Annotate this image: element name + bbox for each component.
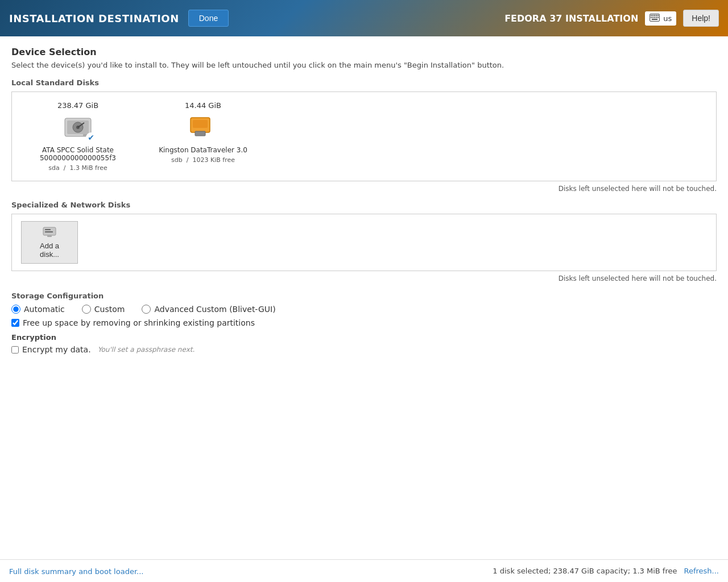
header-right: FEDORA 37 INSTALLATION us [504, 10, 719, 27]
header-left: INSTALLATION DESTINATION Done [9, 10, 229, 27]
svg-rect-23 [45, 231, 53, 232]
encryption-title: Encryption [11, 333, 717, 342]
svg-rect-5 [657, 15, 659, 16]
footer-status: 1 disk selected; 238.47 GiB capacity; 1.… [493, 567, 677, 575]
disk-sdb-name: Kingston DataTraveler 3.0 [159, 146, 247, 154]
encrypt-note: You'll set a passphrase next. [98, 346, 195, 354]
svg-rect-6 [651, 16, 652, 18]
specialized-disks-area: Add a disk... [11, 214, 717, 271]
device-selection-title: Device Selection [11, 47, 717, 57]
keyboard-layout-label: us [663, 14, 672, 23]
free-space-checkbox[interactable] [11, 319, 19, 327]
storage-config-label: Storage Configuration [11, 292, 717, 300]
disk-sda-size: 238.47 GiB [57, 101, 98, 110]
disk-sda-checkmark: ✔ [86, 132, 96, 143]
free-space-label: Free up space by removing or shrinking e… [23, 318, 255, 327]
svg-rect-20 [193, 120, 208, 128]
local-disks-hint: Disks left unselected here will not be t… [11, 185, 717, 193]
disk-sda-info: sda / 1.3 MiB free [48, 164, 107, 172]
main-content: Device Selection Select the device(s) yo… [0, 36, 728, 559]
refresh-link[interactable]: Refresh... [684, 567, 719, 575]
encrypt-text: Encrypt my data. [22, 345, 91, 354]
svg-rect-11 [652, 19, 657, 20]
disk-item-sda[interactable]: 238.47 GiB ✔ ATA SPCC Solid State 500000… [21, 101, 135, 172]
add-disk-button[interactable]: Add a disk... [21, 221, 78, 264]
svg-rect-9 [656, 16, 657, 18]
radio-advanced[interactable]: Advanced Custom (Blivet-GUI) [142, 305, 275, 314]
specialized-disks-hint: Disks left unselected here will not be t… [11, 275, 717, 282]
storage-config: Storage Configuration Automatic Custom A… [11, 292, 717, 327]
free-space-row[interactable]: Free up space by removing or shrinking e… [11, 318, 717, 327]
disk-item-sdb[interactable]: 14.44 GiB Kingston DataTraveler 3.0 sdb … [146, 101, 260, 172]
encrypt-checkbox[interactable] [11, 346, 19, 354]
footer-right: 1 disk selected; 238.47 GiB capacity; 1.… [493, 567, 719, 575]
svg-rect-19 [195, 131, 205, 136]
disk-sdb-icon [186, 113, 220, 142]
fedora-title: FEDORA 37 INSTALLATION [504, 13, 638, 24]
svg-rect-7 [652, 16, 653, 18]
encrypt-checkbox-row: Encrypt my data. You'll set a passphrase… [11, 345, 717, 354]
specialized-disks-label: Specialized & Network Disks [11, 201, 717, 209]
encryption-section: Encryption Encrypt my data. You'll set a… [11, 333, 717, 354]
disk-summary-link[interactable]: Full disk summary and boot loader... [9, 567, 143, 576]
svg-rect-8 [654, 16, 655, 18]
device-selection-desc: Select the device(s) you'd like to insta… [11, 61, 717, 69]
svg-rect-22 [45, 229, 51, 230]
radio-advanced-input[interactable] [142, 305, 151, 314]
storage-options-row: Automatic Custom Advanced Custom (Blivet… [11, 305, 717, 314]
footer-left: Full disk summary and boot loader... [9, 567, 143, 576]
radio-custom-label: Custom [94, 305, 125, 314]
disk-sda-name: ATA SPCC Solid State 5000000000000055f3 [21, 146, 135, 162]
keyboard-icon [650, 14, 660, 23]
radio-automatic-input[interactable] [11, 305, 20, 314]
encrypt-label[interactable]: Encrypt my data. [11, 345, 91, 354]
local-disks-label: Local Standard Disks [11, 78, 717, 87]
add-disk-label: Add a disk... [30, 242, 69, 259]
radio-custom-input[interactable] [82, 305, 91, 314]
help-button[interactable]: Help! [683, 10, 719, 27]
svg-rect-2 [652, 15, 653, 16]
disk-sdb-info: sdb / 1023 KiB free [171, 156, 235, 164]
local-disks-area: 238.47 GiB ✔ ATA SPCC Solid State 500000… [11, 92, 717, 181]
add-disk-icon [43, 226, 56, 239]
page-title: INSTALLATION DESTINATION [9, 13, 179, 24]
disk-sda-icon: ✔ [61, 113, 95, 142]
header: INSTALLATION DESTINATION Done FEDORA 37 … [0, 0, 728, 36]
svg-rect-24 [47, 235, 52, 237]
svg-rect-10 [657, 16, 659, 18]
disk-sdb-size: 14.44 GiB [185, 101, 221, 110]
keyboard-selector[interactable]: us [645, 11, 676, 26]
radio-automatic[interactable]: Automatic [11, 305, 65, 314]
svg-rect-4 [656, 15, 657, 16]
done-button[interactable]: Done [188, 10, 229, 27]
svg-rect-3 [654, 15, 655, 16]
svg-rect-1 [651, 15, 652, 16]
footer: Full disk summary and boot loader... 1 d… [0, 559, 728, 582]
radio-custom[interactable]: Custom [82, 305, 125, 314]
radio-automatic-label: Automatic [24, 305, 65, 314]
radio-advanced-label: Advanced Custom (Blivet-GUI) [154, 305, 275, 314]
